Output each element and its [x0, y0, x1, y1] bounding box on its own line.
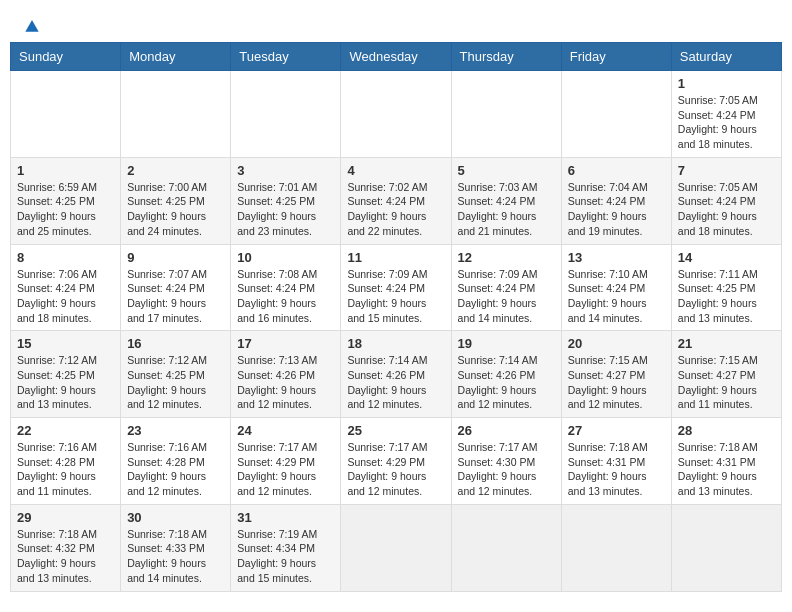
svg-marker-0 — [25, 20, 38, 32]
calendar-cell: 2 Sunrise: 7:00 AMSunset: 4:25 PMDayligh… — [121, 157, 231, 244]
day-number: 5 — [458, 163, 555, 178]
day-info: Sunrise: 7:13 AMSunset: 4:26 PMDaylight:… — [237, 354, 317, 410]
calendar-cell: 14 Sunrise: 7:11 AMSunset: 4:25 PMDaylig… — [671, 244, 781, 331]
calendar-cell: 8 Sunrise: 7:06 AMSunset: 4:24 PMDayligh… — [11, 244, 121, 331]
day-info: Sunrise: 7:10 AMSunset: 4:24 PMDaylight:… — [568, 268, 648, 324]
day-info: Sunrise: 7:12 AMSunset: 4:25 PMDaylight:… — [17, 354, 97, 410]
week-row: 22 Sunrise: 7:16 AMSunset: 4:28 PMDaylig… — [11, 418, 782, 505]
day-info: Sunrise: 7:04 AMSunset: 4:24 PMDaylight:… — [568, 181, 648, 237]
day-info: Sunrise: 7:05 AMSunset: 4:24 PMDaylight:… — [678, 94, 758, 150]
day-info: Sunrise: 7:09 AMSunset: 4:24 PMDaylight:… — [347, 268, 427, 324]
day-number: 1 — [678, 76, 775, 91]
calendar-cell: 9 Sunrise: 7:07 AMSunset: 4:24 PMDayligh… — [121, 244, 231, 331]
day-header-tuesday: Tuesday — [231, 43, 341, 71]
day-number: 19 — [458, 336, 555, 351]
calendar-cell: 11 Sunrise: 7:09 AMSunset: 4:24 PMDaylig… — [341, 244, 451, 331]
calendar-cell — [561, 504, 671, 591]
calendar-cell: 17 Sunrise: 7:13 AMSunset: 4:26 PMDaylig… — [231, 331, 341, 418]
day-number: 26 — [458, 423, 555, 438]
day-number: 12 — [458, 250, 555, 265]
day-info: Sunrise: 7:03 AMSunset: 4:24 PMDaylight:… — [458, 181, 538, 237]
day-number: 25 — [347, 423, 444, 438]
day-info: Sunrise: 7:18 AMSunset: 4:31 PMDaylight:… — [568, 441, 648, 497]
day-number: 29 — [17, 510, 114, 525]
day-number: 13 — [568, 250, 665, 265]
calendar-cell — [11, 71, 121, 158]
calendar-table: SundayMondayTuesdayWednesdayThursdayFrid… — [10, 42, 782, 592]
calendar-cell: 28 Sunrise: 7:18 AMSunset: 4:31 PMDaylig… — [671, 418, 781, 505]
calendar-cell: 10 Sunrise: 7:08 AMSunset: 4:24 PMDaylig… — [231, 244, 341, 331]
calendar-cell — [121, 71, 231, 158]
day-info: Sunrise: 7:02 AMSunset: 4:24 PMDaylight:… — [347, 181, 427, 237]
calendar-cell: 18 Sunrise: 7:14 AMSunset: 4:26 PMDaylig… — [341, 331, 451, 418]
day-number: 8 — [17, 250, 114, 265]
calendar-cell: 15 Sunrise: 7:12 AMSunset: 4:25 PMDaylig… — [11, 331, 121, 418]
day-number: 16 — [127, 336, 224, 351]
day-number: 24 — [237, 423, 334, 438]
calendar-cell: 7 Sunrise: 7:05 AMSunset: 4:24 PMDayligh… — [671, 157, 781, 244]
calendar-cell: 13 Sunrise: 7:10 AMSunset: 4:24 PMDaylig… — [561, 244, 671, 331]
day-number: 10 — [237, 250, 334, 265]
calendar-cell: 5 Sunrise: 7:03 AMSunset: 4:24 PMDayligh… — [451, 157, 561, 244]
day-number: 22 — [17, 423, 114, 438]
calendar-cell: 29 Sunrise: 7:18 AMSunset: 4:32 PMDaylig… — [11, 504, 121, 591]
calendar-cell — [231, 71, 341, 158]
day-info: Sunrise: 7:14 AMSunset: 4:26 PMDaylight:… — [458, 354, 538, 410]
day-header-wednesday: Wednesday — [341, 43, 451, 71]
day-number: 20 — [568, 336, 665, 351]
calendar-cell: 22 Sunrise: 7:16 AMSunset: 4:28 PMDaylig… — [11, 418, 121, 505]
day-info: Sunrise: 7:18 AMSunset: 4:31 PMDaylight:… — [678, 441, 758, 497]
day-info: Sunrise: 7:15 AMSunset: 4:27 PMDaylight:… — [568, 354, 648, 410]
day-header-saturday: Saturday — [671, 43, 781, 71]
day-info: Sunrise: 7:11 AMSunset: 4:25 PMDaylight:… — [678, 268, 758, 324]
day-number: 28 — [678, 423, 775, 438]
day-info: Sunrise: 7:17 AMSunset: 4:29 PMDaylight:… — [237, 441, 317, 497]
calendar-cell: 23 Sunrise: 7:16 AMSunset: 4:28 PMDaylig… — [121, 418, 231, 505]
day-number: 1 — [17, 163, 114, 178]
calendar-cell — [451, 71, 561, 158]
calendar-cell: 25 Sunrise: 7:17 AMSunset: 4:29 PMDaylig… — [341, 418, 451, 505]
day-info: Sunrise: 7:19 AMSunset: 4:34 PMDaylight:… — [237, 528, 317, 584]
day-info: Sunrise: 7:16 AMSunset: 4:28 PMDaylight:… — [17, 441, 97, 497]
day-number: 11 — [347, 250, 444, 265]
calendar-cell: 3 Sunrise: 7:01 AMSunset: 4:25 PMDayligh… — [231, 157, 341, 244]
calendar-cell: 1 Sunrise: 7:05 AMSunset: 4:24 PMDayligh… — [671, 71, 781, 158]
calendar-cell: 6 Sunrise: 7:04 AMSunset: 4:24 PMDayligh… — [561, 157, 671, 244]
day-info: Sunrise: 7:16 AMSunset: 4:28 PMDaylight:… — [127, 441, 207, 497]
logo-icon — [22, 15, 42, 35]
week-row: 1 Sunrise: 6:59 AMSunset: 4:25 PMDayligh… — [11, 157, 782, 244]
day-number: 30 — [127, 510, 224, 525]
calendar-cell: 27 Sunrise: 7:18 AMSunset: 4:31 PMDaylig… — [561, 418, 671, 505]
calendar-cell — [451, 504, 561, 591]
day-info: Sunrise: 7:18 AMSunset: 4:32 PMDaylight:… — [17, 528, 97, 584]
calendar-cell: 1 Sunrise: 6:59 AMSunset: 4:25 PMDayligh… — [11, 157, 121, 244]
calendar-cell — [561, 71, 671, 158]
day-info: Sunrise: 7:17 AMSunset: 4:29 PMDaylight:… — [347, 441, 427, 497]
day-info: Sunrise: 7:08 AMSunset: 4:24 PMDaylight:… — [237, 268, 317, 324]
day-number: 21 — [678, 336, 775, 351]
day-info: Sunrise: 7:06 AMSunset: 4:24 PMDaylight:… — [17, 268, 97, 324]
day-info: Sunrise: 7:15 AMSunset: 4:27 PMDaylight:… — [678, 354, 758, 410]
day-number: 2 — [127, 163, 224, 178]
calendar-cell: 16 Sunrise: 7:12 AMSunset: 4:25 PMDaylig… — [121, 331, 231, 418]
day-number: 18 — [347, 336, 444, 351]
day-number: 3 — [237, 163, 334, 178]
day-number: 23 — [127, 423, 224, 438]
day-number: 6 — [568, 163, 665, 178]
logo — [20, 15, 42, 29]
day-number: 7 — [678, 163, 775, 178]
calendar-cell: 30 Sunrise: 7:18 AMSunset: 4:33 PMDaylig… — [121, 504, 231, 591]
day-number: 14 — [678, 250, 775, 265]
day-number: 4 — [347, 163, 444, 178]
calendar-cell: 12 Sunrise: 7:09 AMSunset: 4:24 PMDaylig… — [451, 244, 561, 331]
day-number: 27 — [568, 423, 665, 438]
week-row: 1 Sunrise: 7:05 AMSunset: 4:24 PMDayligh… — [11, 71, 782, 158]
day-number: 9 — [127, 250, 224, 265]
day-number: 15 — [17, 336, 114, 351]
day-info: Sunrise: 7:18 AMSunset: 4:33 PMDaylight:… — [127, 528, 207, 584]
day-info: Sunrise: 7:14 AMSunset: 4:26 PMDaylight:… — [347, 354, 427, 410]
calendar-cell — [341, 504, 451, 591]
day-info: Sunrise: 7:07 AMSunset: 4:24 PMDaylight:… — [127, 268, 207, 324]
day-info: Sunrise: 7:12 AMSunset: 4:25 PMDaylight:… — [127, 354, 207, 410]
day-header-thursday: Thursday — [451, 43, 561, 71]
